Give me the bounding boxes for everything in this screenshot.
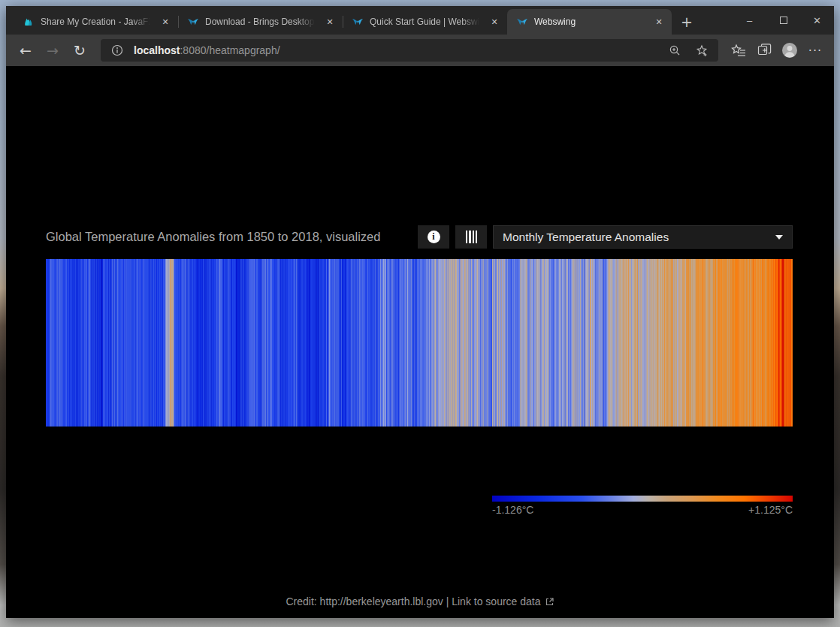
new-tab-button[interactable]: + <box>676 11 697 32</box>
close-button[interactable]: ✕ <box>800 6 834 35</box>
tab-share-my-creation[interactable]: Share My Creation - JavaFX a ✕ <box>14 9 178 35</box>
stripes-bars-icon <box>466 231 477 243</box>
back-button[interactable]: ← <box>14 38 38 62</box>
footer-credit: Credit: http://berkeleyearth.lbl.gov | L… <box>6 595 834 607</box>
source-data-link[interactable]: Link to source data <box>452 595 540 607</box>
tab-download[interactable]: Download - Brings Desktop A ✕ <box>178 9 343 35</box>
credit-text: Credit: http://berkeleyearth.lbl.gov | <box>286 595 452 607</box>
info-icon: i <box>428 231 440 243</box>
info-button[interactable]: i <box>418 225 449 249</box>
tab-close-button[interactable]: ✕ <box>488 15 501 29</box>
ellipsis-icon: ··· <box>808 44 822 58</box>
tab-quick-start-guide[interactable]: Quick Start Guide | Webswing ✕ <box>343 9 507 35</box>
zoom-icon[interactable] <box>664 41 685 60</box>
legend-gradient-bar <box>492 496 793 502</box>
external-link-icon <box>545 597 554 607</box>
stripes-chart-canvas[interactable] <box>46 259 793 427</box>
collections-button[interactable] <box>753 39 775 62</box>
tab-title: Webswing <box>534 17 646 27</box>
add-favorite-star-icon[interactable] <box>691 41 712 60</box>
select-label: Monthly Temperature Anomalies <box>503 231 775 244</box>
flame-icon <box>23 16 35 28</box>
maximize-button[interactable] <box>766 6 800 35</box>
page-title: Global Temperature Anomalies from 1850 t… <box>46 225 437 249</box>
url-host: localhost <box>134 44 180 56</box>
maximize-icon <box>780 17 787 24</box>
forward-button[interactable]: → <box>41 38 65 62</box>
webswing-icon <box>516 16 528 28</box>
browser-window: Share My Creation - JavaFX a ✕ Download … <box>6 6 834 618</box>
window-controls: – ✕ <box>733 6 834 35</box>
url-text[interactable]: localhost:8080/heatmapgraph/ <box>134 44 658 56</box>
webswing-icon <box>352 16 364 28</box>
minimize-button[interactable]: – <box>733 6 766 35</box>
url-path: :8080/heatmapgraph/ <box>180 44 279 56</box>
heatmap-page: Global Temperature Anomalies from 1850 t… <box>6 66 834 618</box>
profile-avatar[interactable] <box>778 39 801 62</box>
tab-close-button[interactable]: ✕ <box>652 15 666 29</box>
browser-toolbar: ← → ↻ localhost:8080/heatmapgraph/ <box>6 35 834 66</box>
webswing-icon <box>187 16 199 28</box>
desktop-wallpaper: { "window": { "tabs": [ { "title": "Shar… <box>0 0 840 627</box>
legend-max-label: +1.125°C <box>748 504 793 516</box>
refresh-button[interactable]: ↻ <box>68 38 92 62</box>
address-bar[interactable]: localhost:8080/heatmapgraph/ <box>101 39 718 62</box>
more-options-button[interactable]: ··· <box>804 39 826 62</box>
tab-close-button[interactable]: ✕ <box>159 15 172 29</box>
site-info-icon[interactable] <box>107 41 128 60</box>
chevron-down-icon <box>775 235 783 240</box>
stripes-view-button[interactable] <box>455 225 487 249</box>
tab-title: Download - Brings Desktop A <box>205 17 317 27</box>
tab-bar: Share My Creation - JavaFX a ✕ Download … <box>6 6 834 35</box>
legend-min-label: -1.126°C <box>492 504 533 516</box>
tab-close-button[interactable]: ✕ <box>323 15 337 29</box>
anomaly-type-select[interactable]: Monthly Temperature Anomalies <box>493 225 793 249</box>
tab-title: Share My Creation - JavaFX a <box>41 17 153 27</box>
tab-title: Quick Start Guide | Webswing <box>370 17 482 27</box>
tab-webswing-active[interactable]: Webswing ✕ <box>507 9 672 35</box>
favorites-button[interactable] <box>727 39 750 62</box>
